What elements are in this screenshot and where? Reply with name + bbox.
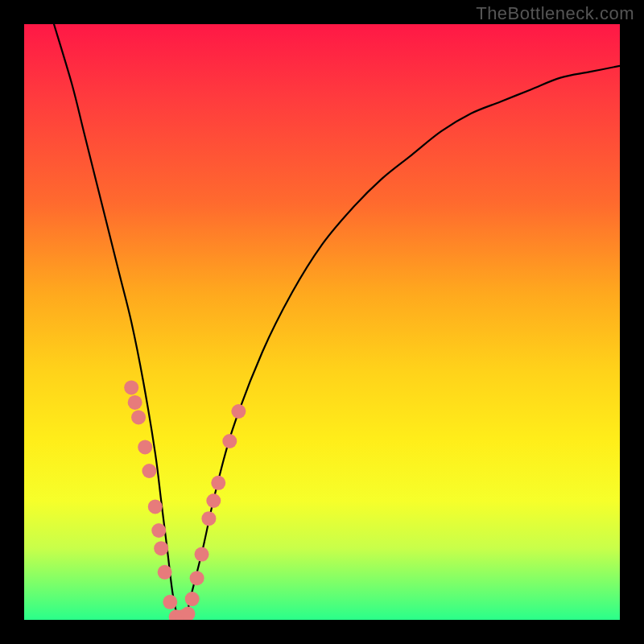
curve-marker (128, 395, 142, 410)
plot-area (24, 24, 620, 620)
curve-marker (201, 511, 216, 526)
curve-marker (222, 434, 237, 448)
curve-marker (158, 565, 172, 580)
curve-marker (131, 410, 146, 424)
curve-marker (231, 404, 246, 419)
curve-markers (124, 380, 246, 620)
curve-marker (124, 380, 138, 394)
curve-marker (195, 547, 209, 562)
curve-marker (206, 493, 221, 508)
curve-marker (138, 440, 152, 454)
curve-marker (151, 523, 166, 538)
curve-marker (148, 499, 163, 514)
curve-marker (181, 607, 196, 620)
curve-svg (24, 24, 620, 620)
curve-marker (190, 571, 204, 585)
curve-marker (211, 476, 225, 490)
curve-marker (142, 464, 156, 478)
curve-marker (163, 595, 177, 609)
curve-marker (185, 592, 200, 606)
curve-marker (154, 541, 168, 555)
watermark-text: TheBottleneck.com (476, 3, 634, 24)
bottleneck-curve (54, 24, 620, 620)
chart-frame: TheBottleneck.com (0, 0, 644, 644)
